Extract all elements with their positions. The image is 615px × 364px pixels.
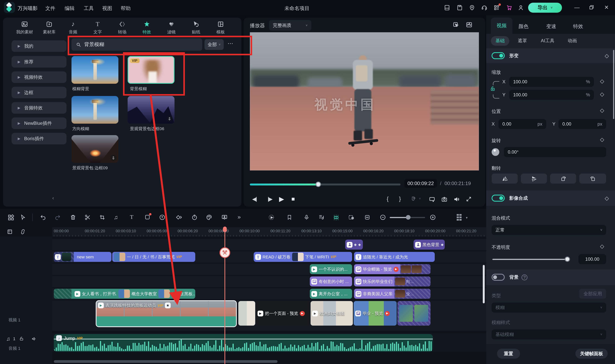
menu-file[interactable]: 文件 [45,5,55,12]
effect-thumb-blur-bg[interactable] [71,56,118,84]
menu-help[interactable]: 帮助 [121,5,131,12]
clip-video-leaving-office[interactable]: ▶ 离开办公室，... [310,289,352,299]
zoom-in-icon[interactable] [430,214,436,221]
clip-graduation-preview[interactable]: 毕业 - 预览 ▶ [354,301,397,325]
menu-edit[interactable]: 编辑 [65,5,75,12]
mark-in-button[interactable]: { [387,195,389,202]
quality-dropdown[interactable]: 完整画质 ˅ [269,20,311,31]
clip-thumbs-strip[interactable] [238,301,255,325]
tab-video[interactable]: 视频 [491,18,512,34]
scope-icon[interactable] [466,22,472,28]
zoom-slider[interactable] [390,217,425,218]
sidebar-item-borders[interactable]: ▶边框 [12,87,67,98]
support-headset-icon[interactable] [481,5,487,11]
opacity-slider[interactable] [492,259,569,260]
keyframe-panel-button[interactable]: 关键帧面板 [575,349,608,359]
seek-bar-knob[interactable] [315,182,321,187]
effect-thumb-landscape-09[interactable]: ⇩ [71,135,118,163]
background-toggle[interactable] [492,274,505,281]
rotate-input[interactable]: 0.00° [504,147,606,157]
minimize-button[interactable]: — [574,4,580,10]
keyframe-diamond-icon[interactable]: ◇ [600,107,604,113]
media-blocks-icon[interactable] [8,214,14,221]
scale-x-input[interactable]: 100.00 % [509,77,594,87]
delete-trash-icon[interactable] [70,214,76,221]
speed-timer-icon[interactable] [191,214,198,221]
pos-x-input[interactable]: 0.00 px [499,119,546,129]
undo-icon[interactable] [40,214,46,221]
voiceover-mic-icon[interactable] [304,214,309,221]
tab-color[interactable]: 颜色 [519,23,529,30]
track-manager-chevron-icon[interactable]: ▾ [466,216,468,220]
timeline-marker-icon[interactable] [287,214,292,221]
tab-transition[interactable]: 转场 [113,21,131,35]
subtab-basic[interactable]: 基础 [491,36,509,46]
clip-skateboarder-selected[interactable]: ▶ 表演跳板特技的滑板运动员 VIP [96,300,237,327]
rotate-ccw-button[interactable] [579,174,606,183]
clip-image-happy-grads[interactable]: 快乐的毕业生们把学 向... [354,276,431,286]
clip-black-background[interactable]: 黑色背景 ◆ [414,240,445,250]
tab-speed[interactable]: 变速 [546,23,556,30]
tab-audio[interactable]: ♪ 音频 [64,21,82,35]
clip-video-stranger[interactable]: ▶ 一个不认识的... [310,264,352,274]
cart-icon[interactable] [506,5,512,11]
mark-out-button[interactable]: } [399,195,401,202]
color-picker-icon[interactable] [453,22,459,28]
clip-video-woman-reading-group[interactable]: ▶ 女人看书，打开书. 概念大学教室 教授在黑板... [54,289,195,299]
scale-lock-icon[interactable] [490,86,495,91]
blend-mode-dropdown[interactable]: 正常 ˅ [492,225,606,235]
search-input[interactable]: 背景模糊 [71,39,202,51]
pos-y-input[interactable]: 0.00 px [559,119,606,129]
sidebar-item-boris[interactable]: ▶Boris插件 [12,133,67,144]
flip-vertical-button[interactable] [521,174,547,183]
tab-filters[interactable]: 滤镜 [162,21,181,35]
keyframe-marker[interactable]: ◆ [441,243,444,247]
keyframe-diamond-icon[interactable]: ◇ [600,78,604,84]
rotate-knob[interactable] [492,148,499,156]
keyframe-diamond-icon[interactable]: ◇ [600,137,604,142]
audio-detach-icon[interactable]: ♫ [114,214,118,221]
select-cursor-icon[interactable] [20,214,26,221]
keyframe-diamond-icon[interactable]: ◇ [600,243,604,249]
marker-button[interactable] [410,196,416,202]
export-button[interactable]: 导出 ˅ [528,3,562,13]
auto-ripple-icon[interactable] [333,214,339,221]
playhead-pin[interactable] [223,227,227,232]
fit-timeline-icon[interactable] [364,214,370,221]
add-track-icon[interactable] [7,229,13,234]
blur-style-dropdown[interactable]: 基础模糊 ˅ [492,329,606,339]
zoom-slider-knob[interactable] [406,215,410,220]
layout-icon[interactable] [444,5,450,11]
sidebar-item-recommend[interactable]: ▶推荐 [12,56,67,68]
lock-icon[interactable] [19,336,24,341]
help-icon[interactable]: ? [522,274,527,280]
keyframe-diamond-icon[interactable]: ◇ [600,91,604,97]
presenter-icon[interactable] [221,214,228,221]
clip-image-creative-hours[interactable]: 有创意的小时 ... [310,276,352,286]
effect-thumb-directional-blur[interactable] [71,96,118,124]
clip-title-new-sem[interactable]: T new sem [54,252,111,262]
timeline-ruler[interactable]: 00:00:0000:00:01:2000:00:03:1000:00:05:0… [52,227,486,236]
opacity-value-box[interactable]: 100.00 [578,254,606,264]
stop-button[interactable]: ■ [291,195,295,202]
seek-bar[interactable] [250,183,400,185]
audio-mixer-icon[interactable] [318,214,324,221]
keyframe-diamond-icon[interactable]: ◇ [605,53,609,58]
subtab-animation[interactable]: 动画 [568,38,577,44]
scissors-cut-icon[interactable] [84,214,91,221]
apply-all-button[interactable]: 全部应用 [579,289,606,299]
play-button[interactable]: ▶ [279,195,284,203]
tab-effects[interactable]: 特效 [137,21,156,35]
tab-text[interactable]: T 文字 [88,21,107,35]
tab-stock[interactable]: 素材库 [39,21,60,35]
snapshot-camera-button[interactable] [441,196,447,202]
subtab-mask[interactable]: 遮罩 [518,38,527,44]
volume-button[interactable] [453,196,460,202]
bg-type-dropdown[interactable]: 模糊 ˅ [492,303,606,312]
crop-icon[interactable] [99,214,105,221]
rotate-cw-button[interactable] [550,174,576,183]
resources-grid-icon[interactable] [493,5,500,11]
prev-frame-button[interactable]: ◀▏ [252,196,260,202]
speech-to-text-icon[interactable] [159,214,165,221]
effect-thumb-landscape-06[interactable]: ⇩ [128,96,175,124]
